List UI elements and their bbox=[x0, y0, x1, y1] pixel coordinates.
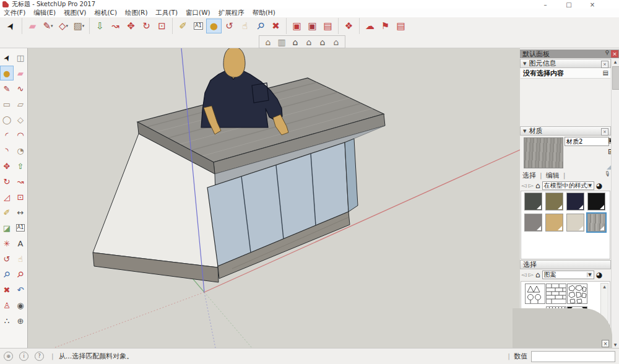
scroll-up-icon[interactable]: ▲ bbox=[603, 284, 606, 288]
material-olive[interactable] bbox=[545, 193, 563, 210]
freehand-tool[interactable]: ∿ bbox=[14, 81, 27, 96]
orbit-tool[interactable]: ↺ bbox=[0, 251, 14, 266]
rotate-tool[interactable]: ↻ bbox=[0, 174, 14, 189]
menu-item-8[interactable]: 扩展程序 bbox=[219, 9, 245, 17]
chevron-down-icon[interactable]: ▾ bbox=[82, 24, 85, 28]
entity-info-header[interactable]: ▼ 图元信息 × bbox=[520, 59, 611, 68]
pattern-pane-header[interactable]: 选择 bbox=[520, 260, 611, 269]
menu-item-5[interactable]: 绘图(R) bbox=[125, 9, 148, 17]
forward-icon[interactable]: ▻ bbox=[528, 271, 533, 279]
material-black[interactable] bbox=[587, 193, 605, 210]
close-button[interactable]: × bbox=[588, 1, 597, 8]
rotated-rectangle-tool[interactable]: ▱ bbox=[14, 97, 27, 111]
zoom-extents-tool[interactable]: ✖ bbox=[268, 19, 284, 33]
tray-scrollbar[interactable]: ▲ ▼ bbox=[611, 59, 619, 347]
help-icon[interactable]: ? bbox=[35, 352, 44, 361]
details-flyout-icon[interactable]: ◕ bbox=[596, 181, 602, 190]
polygon-tool[interactable]: ◇ bbox=[14, 112, 27, 127]
home-icon[interactable]: ⌂ bbox=[535, 271, 540, 279]
menu-item-1[interactable]: 文件(F) bbox=[4, 9, 25, 17]
view-front-icon[interactable]: ⌂ bbox=[288, 37, 302, 48]
shape-tool[interactable]: ◇▾ bbox=[56, 19, 71, 33]
line-tool[interactable]: ✎ bbox=[0, 81, 14, 96]
materials-close-button[interactable]: × bbox=[601, 128, 608, 136]
credits-icon[interactable]: i bbox=[19, 352, 28, 361]
extension-warehouse-icon[interactable]: ❖ bbox=[341, 19, 357, 33]
view-right-icon[interactable]: ⌂ bbox=[302, 37, 316, 48]
share-model-icon[interactable]: ▣ bbox=[305, 19, 320, 33]
line-tool[interactable]: ✎▾ bbox=[40, 19, 56, 33]
text-tool[interactable]: A1 bbox=[191, 19, 206, 33]
axes-tool[interactable]: ✳ bbox=[0, 236, 14, 251]
move-tool[interactable]: ✥ bbox=[0, 158, 14, 173]
eraser-tool[interactable]: ▰ bbox=[25, 19, 40, 33]
view-iso-icon[interactable]: ⌂ bbox=[261, 37, 275, 48]
model-viewport[interactable] bbox=[28, 48, 520, 348]
eraser-tool[interactable]: ▰ bbox=[14, 66, 27, 80]
rotate-tool[interactable]: ↻ bbox=[139, 19, 154, 33]
chevron-down-icon[interactable]: ▼ bbox=[587, 272, 592, 277]
follow-me-tool[interactable]: ↝ bbox=[14, 174, 27, 189]
menu-item-6[interactable]: 工具(T) bbox=[155, 9, 178, 17]
tray-close-button[interactable]: × bbox=[611, 50, 618, 58]
arc-tool[interactable]: ◜ bbox=[0, 128, 14, 142]
forward-icon[interactable]: ▻ bbox=[528, 181, 533, 189]
three-point-arc-tool[interactable]: ◝ bbox=[0, 143, 14, 158]
select-tool[interactable]: ➤ bbox=[4, 19, 19, 33]
zoom-extents-tool[interactable]: ✖ bbox=[0, 282, 14, 297]
back-icon[interactable]: ◅ bbox=[521, 271, 526, 279]
menu-item-2[interactable]: 编辑(E) bbox=[33, 9, 56, 17]
chevron-down-icon[interactable]: ▼ bbox=[587, 183, 592, 188]
two-point-arc-tool[interactable]: ◠ bbox=[14, 128, 27, 142]
material-wood-gray[interactable] bbox=[587, 214, 605, 232]
material-gray[interactable] bbox=[524, 214, 542, 232]
push-pull-tool[interactable]: ⇩ bbox=[92, 19, 108, 33]
fill-shape-tool[interactable]: ▨▾ bbox=[71, 19, 87, 33]
walk-tool[interactable]: ∴ bbox=[0, 313, 14, 328]
look-around-tool[interactable]: ◉ bbox=[14, 298, 27, 313]
zoom-tool[interactable]: ⚲ bbox=[0, 267, 14, 282]
bricks-pattern[interactable] bbox=[546, 284, 566, 304]
collapse-icon[interactable]: ▼ bbox=[523, 61, 526, 66]
scroll-down-icon[interactable]: ▼ bbox=[612, 342, 619, 347]
zoom-tool[interactable]: ⚲ bbox=[253, 19, 268, 33]
scale-tool[interactable]: ◿ bbox=[0, 189, 14, 204]
pattern-collection-dropdown[interactable]: 图案 ▼ bbox=[542, 271, 594, 279]
entity-detail-icon[interactable]: ▤ bbox=[603, 69, 608, 76]
paint-bucket-tool[interactable]: ● bbox=[206, 19, 222, 33]
menu-item-7[interactable]: 窗口(W) bbox=[186, 9, 210, 17]
material-marble[interactable] bbox=[566, 214, 584, 232]
location-icon[interactable]: ⚑ bbox=[378, 19, 393, 33]
zoom-previous-tool[interactable]: ↶ bbox=[14, 282, 27, 297]
pan-tool[interactable]: ☝ bbox=[237, 19, 253, 33]
section-plane-tool[interactable]: ◪ bbox=[0, 220, 14, 235]
chevron-down-icon[interactable]: ▾ bbox=[66, 24, 69, 28]
paint-bucket-tool[interactable]: ● bbox=[0, 66, 14, 80]
offset-tool[interactable]: ⊡ bbox=[154, 19, 170, 33]
tray-title-bar[interactable]: 默认面板 ⚲ × bbox=[520, 50, 619, 58]
menu-item-9[interactable]: 帮助(H) bbox=[253, 9, 275, 17]
text-tool[interactable]: A1 bbox=[14, 220, 27, 235]
make-component-tool[interactable]: ◫ bbox=[14, 50, 27, 65]
view-left-icon[interactable]: ⌂ bbox=[329, 37, 343, 48]
view-top-icon[interactable]: ▥ bbox=[275, 37, 288, 48]
chevron-down-icon[interactable]: ▾ bbox=[51, 24, 53, 28]
tape-measure-tool[interactable]: ✐ bbox=[0, 205, 14, 220]
section-tool[interactable]: ⊕ bbox=[14, 313, 27, 328]
tape-measure-tool[interactable]: ✐ bbox=[175, 19, 191, 33]
maximize-button[interactable]: □ bbox=[565, 1, 573, 8]
material-dark-navy[interactable] bbox=[566, 193, 584, 210]
materials-header[interactable]: ▼ 材质 × bbox=[520, 126, 611, 136]
3d-text-tool[interactable]: A bbox=[14, 236, 27, 251]
pin-icon[interactable]: ⚲ bbox=[605, 50, 609, 56]
generate-report-icon[interactable]: ▤ bbox=[393, 19, 409, 33]
rectangle-tool[interactable]: ▭ bbox=[0, 97, 14, 111]
materials-collection-dropdown[interactable]: 在模型中的样式 ▼ bbox=[542, 181, 594, 190]
3d-warehouse-icon[interactable]: ▣ bbox=[289, 19, 305, 33]
follow-me-tool[interactable]: ↝ bbox=[108, 19, 123, 33]
tab-edit[interactable]: 编辑 bbox=[546, 171, 560, 180]
pattern-pane-close-button[interactable]: × bbox=[602, 340, 609, 347]
share-component-icon[interactable]: ▤ bbox=[320, 19, 335, 33]
material-preview-thumbnail[interactable] bbox=[524, 137, 563, 168]
tab-select[interactable]: 选择 bbox=[522, 171, 536, 180]
